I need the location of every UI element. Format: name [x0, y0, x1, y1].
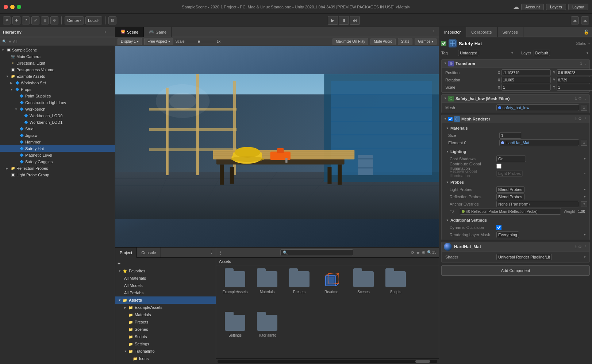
shader-select[interactable]: Universal Render Pipeline/Lit — [496, 254, 552, 260]
hierarchy-item-dirlight[interactable]: ☀ Directional Light — [0, 60, 115, 66]
transform-menu-icon[interactable]: ⋮ — [583, 61, 587, 66]
asset-scenes[interactable]: Scenes — [349, 270, 378, 310]
step-button[interactable]: ⏭ — [350, 16, 360, 25]
aspect-dropdown[interactable]: Free Aspect ▾ — [144, 38, 173, 45]
dynamic-occlusion-checkbox[interactable] — [496, 225, 501, 230]
transform-header[interactable]: ▼ ⊕ Transform ℹ ⋮ — [442, 60, 589, 68]
tab-scene[interactable]: 🌄 Scene — [115, 27, 144, 37]
assets-refresh-icon[interactable]: ⟳ — [411, 250, 415, 255]
stats-btn[interactable]: Stats — [398, 38, 413, 45]
meshrenderer-settings-icon[interactable]: ⚙ — [578, 116, 582, 121]
hierarchy-item-maincamera[interactable]: 📷 Main Camera — [0, 53, 115, 60]
hierarchy-item-constlight[interactable]: 🔷 Construction Light Low — [0, 99, 115, 106]
material-menu-icon[interactable]: ⋮ — [583, 245, 587, 249]
assets-scrollbar[interactable] — [216, 358, 439, 364]
meshrenderer-header[interactable]: ▼ ⬡ Mesh Renderer ℹ ⚙ ⋮ — [442, 115, 589, 123]
project-item-allprefabs[interactable]: All Prefabs — [115, 289, 216, 296]
meshrenderer-enabled-checkbox[interactable] — [448, 117, 453, 121]
hierarchy-item-safetyhat[interactable]: 🔷 Safety Hat — [0, 145, 115, 152]
hierarchy-item-workshopset[interactable]: ▶ 🔷 Workshop Set ⋮ — [0, 80, 115, 86]
project-item-presets-f[interactable]: 📁 Presets — [115, 318, 216, 326]
pivot-dropdown[interactable]: Center ▾ — [65, 16, 84, 24]
minimize-button[interactable] — [10, 5, 15, 9]
meshfilter-settings-icon[interactable]: ⚙ — [578, 96, 582, 101]
materials-section-header[interactable]: ▼ Materials — [444, 124, 587, 132]
assets-search-input[interactable] — [280, 249, 353, 256]
project-item-materials-f[interactable]: 📁 Materials — [115, 311, 216, 318]
hierarchy-menu-icon[interactable]: ⋮ — [108, 30, 112, 34]
options-workshopset[interactable]: ⋮ — [109, 81, 115, 85]
meshrenderer-menu-icon[interactable]: ⋮ — [583, 116, 587, 121]
pause-button[interactable]: ⏸ — [339, 16, 349, 25]
project-item-allmodels[interactable]: All Models — [115, 282, 216, 289]
add-component-button[interactable]: Add Component — [441, 265, 590, 276]
position-x-field[interactable] — [501, 69, 551, 76]
project-item-scripts-f[interactable]: 📁 Scripts — [115, 333, 216, 340]
hierarchy-item-reflprobes[interactable]: ▶ 📁 Reflection Probes — [0, 165, 115, 172]
project-item-scenes-f[interactable]: 📁 Scenes — [115, 326, 216, 333]
project-item-allmaterials[interactable]: All Materials — [115, 275, 216, 282]
project-add-button[interactable]: + — [118, 260, 120, 266]
tab-game[interactable]: 🎮 Game — [144, 27, 172, 37]
anchor-override-select-button[interactable]: ⊙ — [581, 201, 587, 207]
scale-tool[interactable]: ⤢ — [31, 16, 39, 24]
project-item-scripts-f2[interactable]: 📁 Scripts — [115, 362, 216, 364]
cloud-icon[interactable]: ☁ — [513, 3, 519, 10]
play-button[interactable]: ▶ — [328, 16, 338, 25]
reflection-probes-select[interactable]: Blend Probes — [496, 194, 524, 200]
meshfilter-header[interactable]: ▼ ⬡ Safety_hat_low (Mesh Filter) ℹ ⚙ ⋮ — [442, 95, 589, 103]
rotation-x-field[interactable] — [501, 77, 551, 83]
asset-readme[interactable]: Readme — [317, 270, 346, 310]
scale-x-field[interactable] — [501, 84, 551, 91]
asset-settings[interactable]: Settings — [220, 313, 250, 354]
project-item-tutorialinfo-f[interactable]: ▼ 📁 TutorialInfo — [115, 348, 216, 355]
hierarchy-item-wblod1[interactable]: 🔷 Workbench_LOD1 — [0, 119, 115, 126]
hierarchy-item-paintsupplies[interactable]: 🔷 Paint Supplies — [0, 93, 115, 99]
material-settings-icon[interactable]: ⚙ — [578, 245, 582, 249]
tab-project[interactable]: Project — [115, 248, 137, 258]
hand-tool[interactable]: ✥ — [3, 16, 11, 24]
space-dropdown[interactable]: Local ▾ — [85, 16, 102, 24]
options-samplescene[interactable]: ⋮ — [109, 48, 115, 52]
mesh-select-button[interactable]: ⊙ — [581, 105, 587, 111]
project-item-favorites[interactable]: ▼ ⭐ Favorites — [115, 267, 216, 275]
asset-exampleassets[interactable]: ExampleAssets — [220, 270, 250, 310]
assets-star-icon[interactable]: ★ — [416, 250, 420, 255]
layout-button[interactable]: Layout — [568, 4, 588, 10]
tab-inspector[interactable]: Inspector — [439, 27, 466, 37]
gizmos-btn[interactable]: Gizmos ▾ — [415, 38, 437, 45]
maximize-button[interactable] — [17, 5, 21, 9]
maximize-on-play-btn[interactable]: Maximize On Play — [332, 38, 369, 45]
move-tool[interactable]: ✚ — [12, 16, 20, 24]
asset-presets[interactable]: Presets — [285, 270, 314, 310]
hierarchy-item-jigsaw[interactable]: 🔷 Jigsaw — [0, 132, 115, 139]
scene-viewport[interactable] — [115, 46, 439, 247]
rotate-tool[interactable]: ↺ — [22, 16, 30, 24]
lighting-section-header[interactable]: ▼ Lighting — [444, 148, 587, 155]
window-controls[interactable] — [4, 5, 21, 9]
layer-select[interactable]: Default — [534, 50, 550, 56]
rect-tool[interactable]: ⊞ — [41, 16, 49, 24]
hierarchy-item-props[interactable]: ▼ 🔷 Props — [0, 86, 115, 93]
transform-info-icon[interactable]: ℹ — [580, 61, 582, 66]
scale-y-field[interactable] — [557, 84, 592, 91]
rotation-y-field[interactable] — [557, 77, 592, 83]
scale-slider[interactable] — [186, 41, 215, 43]
additional-settings-header[interactable]: ▼ Additional Settings — [444, 217, 587, 224]
receive-gi-select[interactable]: Light Probes — [496, 170, 523, 177]
snap-icon[interactable]: ⊟ — [108, 16, 116, 24]
tab-services[interactable]: Services — [497, 27, 523, 37]
hierarchy-item-safetygoggles[interactable]: 🔷 Safety Goggles — [0, 158, 115, 165]
hierarchy-add-icon[interactable]: + — [104, 30, 107, 34]
assets-options-icon[interactable]: ⋮ — [218, 250, 223, 255]
asset-materials[interactable]: Materials — [253, 270, 282, 310]
view-options-icon[interactable]: ⋮ — [432, 30, 439, 34]
asset-scripts[interactable]: Scripts — [381, 270, 410, 310]
meshfilter-info-icon[interactable]: ℹ — [575, 96, 577, 101]
light-probes-select[interactable]: Blend Probes — [496, 186, 524, 193]
hierarchy-item-maglevel[interactable]: 🔷 Magnetic Level — [0, 152, 115, 158]
element0-select-button[interactable]: ⊙ — [581, 140, 587, 146]
project-item-settings-f[interactable]: 📁 Settings — [115, 340, 216, 348]
hierarchy-item-lightprobegroup[interactable]: 🔲 Light Probe Group — [0, 172, 115, 178]
hierarchy-item-exampleassets[interactable]: ▼ 📁 Example Assets — [0, 73, 115, 80]
